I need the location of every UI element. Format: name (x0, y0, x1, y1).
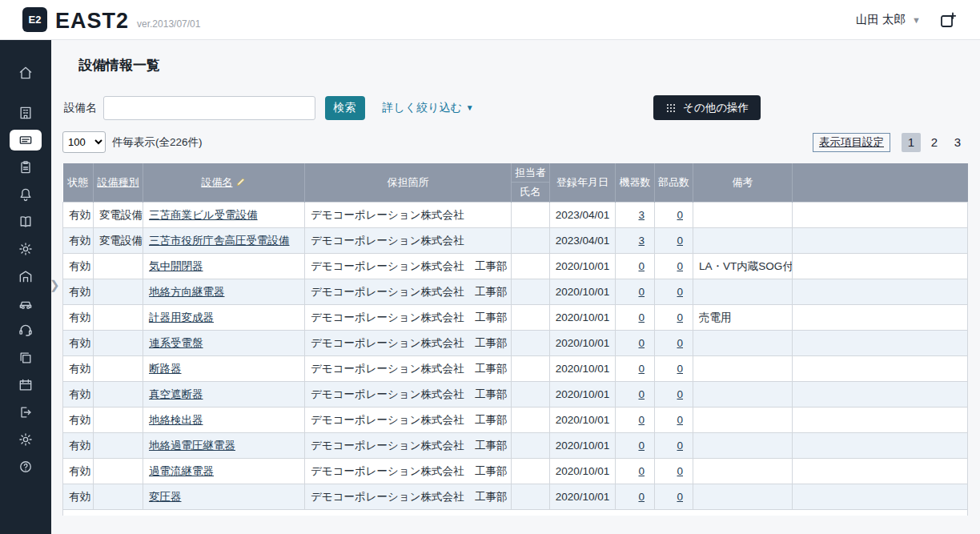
parts-count-link[interactable]: 0 (677, 311, 683, 323)
sidebar-item-vehicle[interactable] (10, 293, 42, 314)
edit-pencil-icon[interactable] (235, 176, 247, 187)
sidebar-item-facility[interactable] (10, 102, 42, 123)
sidebar-item-help[interactable] (10, 456, 42, 477)
sidebar-item-report[interactable] (10, 157, 42, 178)
report-icon (18, 159, 34, 175)
header-name[interactable]: 設備名 (143, 163, 305, 203)
device-count-link[interactable]: 0 (638, 286, 645, 298)
device-count-link[interactable]: 3 (638, 235, 645, 247)
open-new-window-icon[interactable] (938, 10, 958, 30)
note-cell (693, 484, 793, 510)
type-cell (94, 331, 143, 356)
advanced-filter-link[interactable]: 詳しく絞り込む ▼ (383, 101, 474, 115)
parts-count-link[interactable]: 0 (677, 260, 683, 272)
device-count-link[interactable]: 0 (638, 440, 645, 452)
equipment-name-link[interactable]: 真空遮断器 (149, 388, 203, 400)
parts-count-link[interactable]: 0 (677, 440, 683, 452)
schedule-icon (18, 377, 34, 393)
sidebar-expand-chevron-icon[interactable]: ❯ (50, 279, 60, 291)
device-count-cell: 0 (616, 305, 655, 331)
pagination: 123 (902, 133, 967, 152)
equipment-table: 状態 設備種別 設備名 保担箇所 担当者 氏名 登録年月日 機器数 部品数 備考 (62, 163, 967, 516)
parts-count-link[interactable]: 0 (677, 388, 683, 400)
note-cell (693, 382, 793, 408)
parts-count-link[interactable]: 0 (677, 337, 683, 349)
device-count-link[interactable]: 0 (638, 414, 645, 426)
parts-count-link[interactable]: 0 (677, 491, 683, 503)
chevron-down-icon: ▼ (912, 15, 921, 25)
device-count-link[interactable]: 0 (638, 260, 645, 272)
parts-count-cell: 0 (655, 331, 693, 356)
equipment-name-link[interactable]: 連系受電盤 (149, 337, 203, 349)
parts-count-cell: 0 (655, 228, 693, 254)
chevron-down-icon: ▼ (466, 103, 474, 112)
parts-count-cell: 0 (655, 408, 693, 433)
table-row: 有効 真空遮断器 デモコーポレーション株式会社 工事部 2020/10/01 0… (63, 382, 968, 408)
equipment-name-link[interactable]: 地絡検出器 (149, 414, 203, 426)
display-settings-button[interactable]: 表示項目設定 (813, 133, 890, 152)
sidebar-item-warehouse[interactable] (10, 266, 42, 287)
sidebar-item-maintenance[interactable] (10, 239, 42, 259)
sidebar-item-home[interactable] (10, 62, 42, 83)
equipment-name-link[interactable]: 気中開閉器 (149, 260, 203, 272)
name-cell: 三苫市役所庁舎高圧受電設備 (143, 228, 305, 254)
device-count-cell: 0 (616, 484, 655, 510)
device-count-link[interactable]: 3 (638, 209, 645, 221)
other-actions-button[interactable]: その他の操作 (653, 95, 761, 120)
device-count-cell: 0 (616, 356, 655, 382)
page-button-3[interactable]: 3 (948, 133, 967, 152)
page-button-1[interactable]: 1 (902, 133, 921, 152)
device-count-link[interactable]: 0 (638, 337, 645, 349)
sidebar-item-schedule[interactable] (10, 375, 42, 395)
equipment-name-link[interactable]: 過電流継電器 (149, 465, 214, 477)
equipment-name-link[interactable]: 地絡方向継電器 (149, 286, 225, 298)
sidebar-item-copy[interactable] (10, 347, 42, 368)
app-version: ver.2013/07/01 (137, 18, 200, 32)
parts-count-link[interactable]: 0 (677, 286, 683, 298)
equipment-name-link[interactable]: 三苫市役所庁舎高圧受電設備 (149, 235, 290, 247)
status-cell: 有効 (63, 356, 94, 382)
parts-count-cell: 0 (655, 433, 693, 459)
sidebar-item-manual[interactable] (10, 211, 42, 232)
parts-count-link[interactable]: 0 (677, 414, 683, 426)
equipment-name-link[interactable]: 断路器 (149, 363, 182, 375)
status-cell: 有効 (63, 382, 94, 408)
device-count-link[interactable]: 0 (638, 465, 645, 477)
equipment-icon (18, 132, 34, 148)
sidebar-item-settings[interactable] (10, 429, 42, 450)
equipment-name-input[interactable] (103, 96, 315, 120)
device-count-link[interactable]: 0 (638, 388, 645, 400)
sidebar-item-support[interactable] (10, 320, 42, 341)
reg-date-cell: 2020/10/01 (550, 254, 616, 279)
sidebar-item-export[interactable] (10, 402, 42, 423)
parts-count-link[interactable]: 0 (677, 363, 683, 375)
user-name: 山田 太郎 (856, 12, 906, 27)
sidebar-item-notification[interactable] (10, 184, 42, 205)
parts-count-link[interactable]: 0 (677, 235, 683, 247)
equipment-name-link[interactable]: 変圧器 (149, 491, 182, 503)
user-menu[interactable]: 山田 太郎 ▼ (856, 12, 921, 27)
settings-icon (18, 432, 34, 448)
device-count-link[interactable]: 0 (638, 363, 645, 375)
header-location: 保担箇所 (305, 163, 512, 203)
page-size-select[interactable]: 100 (62, 131, 106, 153)
location-cell: デモコーポレーション株式会社 工事部 (305, 331, 512, 356)
note-cell (693, 331, 793, 356)
parts-count-link[interactable]: 0 (677, 209, 683, 221)
sidebar-nav (0, 40, 51, 534)
location-cell: デモコーポレーション株式会社 工事部 (305, 279, 512, 305)
header-type[interactable]: 設備種別 (94, 163, 143, 203)
device-count-link[interactable]: 0 (638, 311, 645, 323)
equipment-name-link[interactable]: 地絡過電圧継電器 (149, 440, 235, 452)
extra-cell (793, 203, 968, 228)
search-button[interactable]: 検索 (325, 96, 365, 120)
warehouse-icon (18, 268, 34, 284)
table-header-row: 状態 設備種別 設備名 保担箇所 担当者 氏名 登録年月日 機器数 部品数 備考 (63, 163, 968, 203)
sidebar-item-equipment[interactable] (10, 130, 42, 151)
equipment-name-link[interactable]: 三苫商業ビル受電設備 (149, 209, 258, 221)
parts-count-link[interactable]: 0 (677, 465, 683, 477)
page-button-2[interactable]: 2 (925, 133, 944, 152)
vehicle-icon (18, 295, 34, 311)
equipment-name-link[interactable]: 計器用変成器 (149, 311, 214, 323)
device-count-link[interactable]: 0 (638, 491, 645, 503)
